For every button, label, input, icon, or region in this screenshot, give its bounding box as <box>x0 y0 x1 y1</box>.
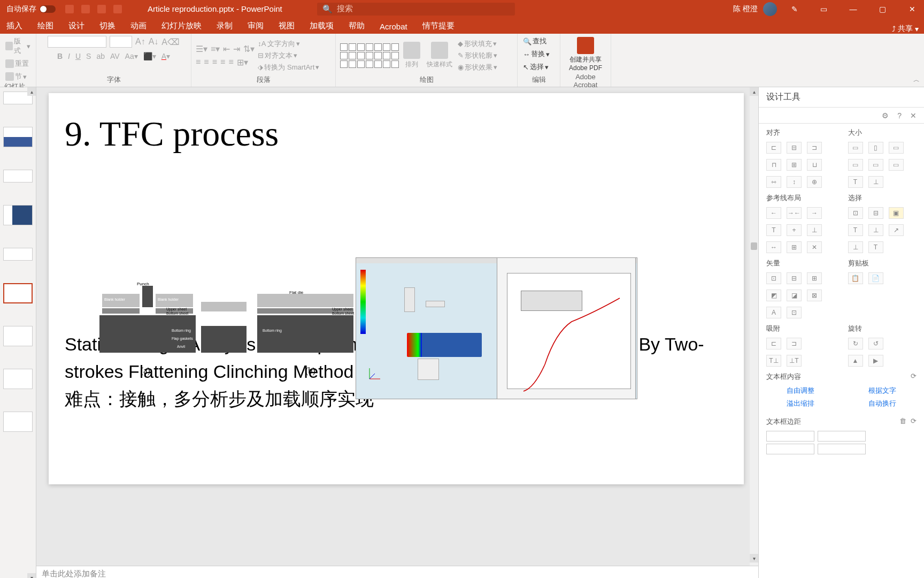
sel-1[interactable]: ⊡ <box>848 207 863 219</box>
size-tool-3[interactable]: ▭ <box>889 142 904 154</box>
vec-4[interactable]: ◩ <box>766 290 781 301</box>
rot-3[interactable]: ▲ <box>848 355 863 367</box>
notes-pane[interactable]: 单击此处添加备注 <box>36 566 758 578</box>
align-center-button[interactable]: ≡ <box>204 57 209 67</box>
guide-6[interactable]: ⊥ <box>807 224 822 236</box>
scroll-up-arrow[interactable]: ▴ <box>750 87 758 96</box>
delete-icon[interactable]: 🗑 <box>899 417 906 427</box>
create-pdf-button[interactable]: 创建并共享 Adobe PDF <box>567 36 604 73</box>
collapse-ribbon-button[interactable]: ︿ <box>913 75 920 85</box>
align-right-tool[interactable]: ⊐ <box>807 142 822 154</box>
align-text-button[interactable]: ⊟对齐文本▾ <box>257 50 320 61</box>
underline-button[interactable]: U <box>75 52 81 60</box>
refresh-icon[interactable]: ⟳ <box>911 372 917 382</box>
ads-2[interactable]: ⊐ <box>787 338 802 349</box>
slide-canvas[interactable]: 9. TFC process Punch Blank holder Blank … <box>49 93 744 484</box>
vec-1[interactable]: ⊡ <box>766 272 781 284</box>
tab-design[interactable]: 设计 <box>61 18 92 34</box>
search-box[interactable]: 🔍 搜索 <box>317 3 515 16</box>
margin-input-3[interactable] <box>766 444 814 454</box>
sel-8[interactable]: T <box>868 241 883 253</box>
margin-input-2[interactable] <box>818 431 866 442</box>
ads-4[interactable]: ⊥T <box>787 355 802 367</box>
strikethrough-button[interactable]: S <box>86 52 91 60</box>
sel-2[interactable]: ⊟ <box>868 207 883 219</box>
increase-font-icon[interactable]: A↑ <box>135 37 145 47</box>
clip-2[interactable]: 📄 <box>868 272 883 284</box>
shapes-gallery[interactable] <box>340 43 399 68</box>
tab-insert[interactable]: 插入 <box>0 18 30 34</box>
ads-3[interactable]: T⊥ <box>766 355 781 367</box>
thumb-scroll-up[interactable]: ▴ <box>27 87 36 96</box>
thumb-scroll-down[interactable]: ▾ <box>27 573 36 578</box>
columns-button[interactable]: ⊞▾ <box>237 57 248 67</box>
decrease-font-icon[interactable]: A↓ <box>149 37 159 47</box>
overflow-link[interactable]: 溢出缩排 <box>766 399 835 408</box>
align-left-button[interactable]: ≡ <box>196 57 201 67</box>
dist-v-tool[interactable]: ↕ <box>787 176 802 188</box>
size-tool-4[interactable]: ▭ <box>848 159 863 171</box>
autosave-toggle[interactable]: 自动保存 <box>6 4 56 14</box>
dist-h-tool[interactable]: ⇿ <box>766 176 781 188</box>
tab-review[interactable]: 审阅 <box>240 18 271 34</box>
text-direction-button[interactable]: ↕A文字方向▾ <box>257 39 320 49</box>
vec-5[interactable]: ◪ <box>787 290 802 301</box>
guide-2[interactable]: →← <box>787 207 802 219</box>
auto-adjust-link[interactable]: 自由调整 <box>766 386 835 396</box>
justify-button[interactable]: ≡ <box>220 57 225 67</box>
sel-6[interactable]: ↗ <box>889 224 904 236</box>
distribute-button[interactable]: ≡ <box>228 57 233 67</box>
auto-wrap-link[interactable]: 自动换行 <box>848 399 917 408</box>
vec-8[interactable]: ⊡ <box>787 307 802 318</box>
rot-4[interactable]: ▶ <box>868 355 883 367</box>
margin-input-4[interactable] <box>818 444 866 454</box>
share-button[interactable]: ⤴ 共享 ▾ <box>892 24 919 34</box>
canvas-scrollbar[interactable]: ▴ ▾ <box>750 87 758 578</box>
size-tool-5[interactable]: ▭ <box>868 159 883 171</box>
tab-storyboard[interactable]: 情节提要 <box>415 18 462 34</box>
shape-outline-button[interactable]: ✎形状轮廓▾ <box>457 50 498 61</box>
shape-fill-button[interactable]: ◆形状填充▾ <box>457 39 498 49</box>
clip-1[interactable]: 📋 <box>848 272 863 284</box>
guide-9[interactable]: ✕ <box>807 241 822 253</box>
line-spacing-button[interactable]: ⇅▾ <box>243 44 255 54</box>
align-right-button[interactable]: ≡ <box>212 57 217 67</box>
rot-1[interactable]: ↻ <box>848 338 863 349</box>
slide-title[interactable]: 9. TFC process <box>65 113 728 154</box>
settings-icon[interactable]: ⚙ <box>882 111 889 120</box>
sel-4[interactable]: T <box>848 224 863 236</box>
size-tool-8[interactable]: ⊥ <box>868 176 883 188</box>
spacing-button[interactable]: AV <box>110 52 120 60</box>
vec-7[interactable]: A <box>766 307 781 318</box>
sel-5[interactable]: ⊥ <box>868 224 883 236</box>
tab-addins[interactable]: 加载项 <box>302 18 341 34</box>
align-left-tool[interactable]: ⊏ <box>766 142 781 154</box>
ads-1[interactable]: ⊏ <box>766 338 781 349</box>
tab-slideshow[interactable]: 幻灯片放映 <box>154 18 209 34</box>
select-button[interactable]: ↖选择▾ <box>522 62 550 72</box>
bullets-button[interactable]: ☰▾ <box>196 44 207 54</box>
rot-2[interactable]: ↺ <box>868 338 883 349</box>
scroll-down-arrow[interactable]: ▾ <box>750 554 758 562</box>
redo-icon[interactable] <box>97 5 106 13</box>
find-button[interactable]: 🔍查找 <box>522 36 548 47</box>
tab-acrobat[interactable]: Acrobat <box>372 19 415 34</box>
maximize-button[interactable]: ▢ <box>871 0 895 18</box>
close-pane-button[interactable]: ✕ <box>910 111 917 120</box>
numbering-button[interactable]: ≡▾ <box>211 44 220 54</box>
indent-right-button[interactable]: ⇥ <box>233 44 240 54</box>
guide-3[interactable]: → <box>807 207 822 219</box>
guide-4[interactable]: T <box>766 224 781 236</box>
tab-view[interactable]: 视图 <box>271 18 302 34</box>
guide-8[interactable]: ⊞ <box>787 241 802 253</box>
indent-left-button[interactable]: ⇤ <box>223 44 230 54</box>
clear-format-icon[interactable]: A⌫ <box>161 37 180 47</box>
shadow-button[interactable]: ab <box>96 52 105 60</box>
pen-icon[interactable]: ✎ <box>782 0 806 18</box>
vec-2[interactable]: ⊟ <box>787 272 802 284</box>
size-tool-7[interactable]: T <box>848 176 863 188</box>
dist-both-tool[interactable]: ⊕ <box>807 176 822 188</box>
vec-3[interactable]: ⊞ <box>807 272 822 284</box>
quick-style-button[interactable]: 快速样式 <box>425 41 455 70</box>
guide-7[interactable]: ↔ <box>766 241 781 253</box>
